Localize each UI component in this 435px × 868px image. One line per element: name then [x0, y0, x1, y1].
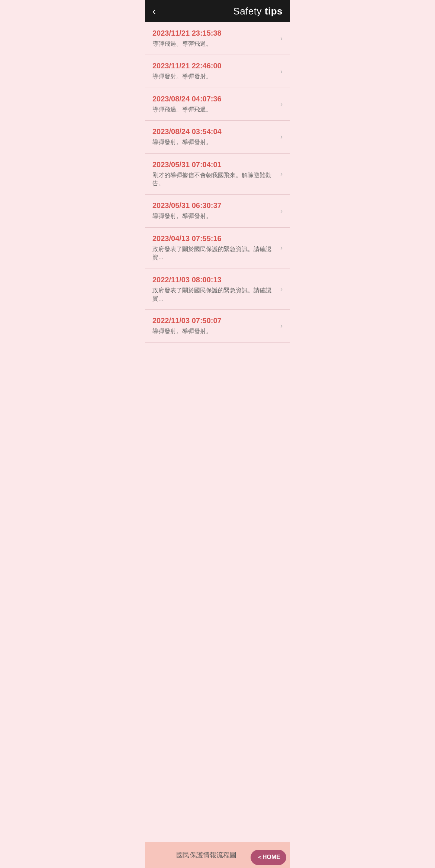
list-item[interactable]: 2023/04/13 07:55:16政府發表了關於國民保護的緊急資訊。請確認資… [145, 228, 290, 269]
list-item-description: 政府發表了關於國民保護的緊急資訊。請確認資... [152, 245, 276, 262]
list-item-description: 導彈飛過。導彈飛過。 [152, 105, 276, 114]
list-item-date: 2023/11/21 22:46:00 [152, 62, 276, 70]
list-item-date: 2023/05/31 06:30:37 [152, 201, 276, 210]
list-item-description: 導彈飛過。導彈飛過。 [152, 40, 276, 48]
list-item-date: 2023/04/13 07:55:16 [152, 234, 276, 243]
list-item-description: 導彈發射。導彈發射。 [152, 138, 276, 146]
chevron-right-icon: › [280, 35, 283, 42]
list-item[interactable]: 2023/08/24 04:07:36導彈飛過。導彈飛過。› [145, 88, 290, 121]
list-item-description: 剛才的導彈據信不會朝我國飛來。解除避難勸告。 [152, 171, 276, 188]
chevron-right-icon: › [280, 100, 283, 108]
list-item-content: 2023/11/21 22:46:00導彈發射。導彈發射。 [152, 62, 280, 81]
alerts-list: 2023/11/21 23:15:38導彈飛過。導彈飛過。›2023/11/21… [145, 22, 290, 373]
list-item[interactable]: 2023/05/31 06:30:37導彈發射。導彈發射。› [145, 195, 290, 227]
list-item-content: 2023/04/13 07:55:16政府發表了關於國民保護的緊急資訊。請確認資… [152, 234, 280, 262]
back-button[interactable]: ‹ [152, 6, 156, 16]
chevron-right-icon: › [280, 285, 283, 293]
list-item-description: 導彈發射。導彈發射。 [152, 72, 276, 81]
list-item-content: 2023/05/31 07:04:01剛才的導彈據信不會朝我國飛來。解除避難勸告… [152, 160, 280, 188]
list-item-content: 2023/05/31 06:30:37導彈發射。導彈發射。 [152, 201, 280, 220]
list-item-date: 2022/11/03 07:50:07 [152, 316, 276, 325]
page-title: Safety tips [233, 6, 283, 17]
chevron-right-icon: › [280, 244, 283, 252]
chevron-right-icon: › [280, 170, 283, 178]
list-item[interactable]: 2022/11/03 07:50:07導彈發射。導彈發射。› [145, 310, 290, 342]
list-item[interactable]: 2023/05/31 07:04:01剛才的導彈據信不會朝我國飛來。解除避難勸告… [145, 154, 290, 195]
list-item-content: 2023/11/21 23:15:38導彈飛過。導彈飛過。 [152, 29, 280, 48]
list-item-date: 2023/08/24 03:54:04 [152, 127, 276, 136]
chevron-right-icon: › [280, 322, 283, 330]
list-item-date: 2023/08/24 04:07:36 [152, 95, 276, 103]
app-header: ‹ Safety tips [145, 0, 290, 22]
list-item-content: 2022/11/03 07:50:07導彈發射。導彈發射。 [152, 316, 280, 335]
title-bold: tips [265, 6, 283, 17]
chevron-right-icon: › [280, 207, 283, 215]
list-item-description: 導彈發射。導彈發射。 [152, 327, 276, 335]
chevron-right-icon: › [280, 68, 283, 75]
chevron-right-icon: › [280, 133, 283, 141]
list-item-content: 2022/11/03 08:00:13政府發表了關於國民保護的緊急資訊。請確認資… [152, 276, 280, 303]
list-item[interactable]: 2023/08/24 03:54:04導彈發射。導彈發射。› [145, 121, 290, 153]
list-item-content: 2023/08/24 03:54:04導彈發射。導彈發射。 [152, 127, 280, 146]
list-item-date: 2023/11/21 23:15:38 [152, 29, 276, 38]
list-item[interactable]: 2023/11/21 22:46:00導彈發射。導彈發射。› [145, 55, 290, 88]
list-item-content: 2023/08/24 04:07:36導彈飛過。導彈飛過。 [152, 95, 280, 114]
list-item-date: 2022/11/03 08:00:13 [152, 276, 276, 284]
title-light: Safety [233, 6, 262, 17]
list-item-date: 2023/05/31 07:04:01 [152, 160, 276, 169]
list-item-description: 政府發表了關於國民保護的緊急資訊。請確認資... [152, 286, 276, 303]
list-item[interactable]: 2022/11/03 08:00:13政府發表了關於國民保護的緊急資訊。請確認資… [145, 269, 290, 310]
list-item-description: 導彈發射。導彈發射。 [152, 212, 276, 220]
list-item[interactable]: 2023/11/21 23:15:38導彈飛過。導彈飛過。› [145, 22, 290, 55]
